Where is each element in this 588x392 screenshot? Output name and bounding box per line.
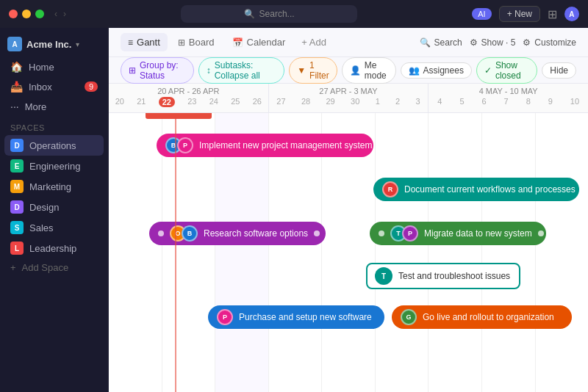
sidebar: A Acme Inc. ▾ 🏠 Home 📥 Inbox 9 ··· More … bbox=[0, 28, 109, 392]
me-mode-chip[interactable]: 👤 Me mode bbox=[342, 57, 396, 84]
task3-label: Research software options bbox=[204, 228, 308, 239]
add-space-button[interactable]: + Add Space bbox=[4, 258, 104, 277]
task6-label: Purchase and setup new software bbox=[239, 312, 376, 322]
sidebar-item-leadership[interactable]: L Leadership bbox=[4, 238, 104, 258]
show-closed-icon: ✓ bbox=[484, 65, 492, 76]
tab-board[interactable]: ⊞ Board bbox=[171, 33, 222, 51]
gantt-tracks: B P Implement new project management sys… bbox=[109, 113, 588, 392]
day-28: 28 bbox=[301, 97, 310, 106]
filter-bar: ⊞ Group by: Status ↕ Subtasks: Collapse … bbox=[109, 57, 588, 84]
date-headers: 20 APR - 26 APR 20 21 22 23 24 25 26 27 … bbox=[109, 84, 588, 113]
task3-right-handle bbox=[314, 231, 320, 236]
task-bar-golive[interactable]: G Go live and rollout to organization bbox=[392, 305, 572, 329]
avatar5: B bbox=[182, 225, 198, 242]
hide-label: Hide bbox=[550, 65, 568, 76]
back-arrow[interactable]: ‹ bbox=[54, 9, 57, 19]
task2-avatars: R bbox=[382, 181, 398, 197]
sidebar-item-home[interactable]: 🏠 Home bbox=[4, 57, 104, 76]
gantt-tab-label: Gantt bbox=[137, 37, 160, 48]
day-5: 5 bbox=[459, 97, 464, 106]
board-tab-icon: ⊞ bbox=[178, 37, 185, 48]
grid-icon[interactable]: ⊞ bbox=[548, 7, 557, 21]
add-view-button[interactable]: + Add bbox=[295, 33, 332, 51]
day-24: 24 bbox=[209, 97, 218, 107]
task3-left-handle bbox=[158, 231, 164, 236]
today-highlight-bar bbox=[146, 113, 212, 119]
task1-avatars: B P bbox=[165, 137, 193, 153]
assignees-chip[interactable]: 👥 Assignees bbox=[401, 62, 472, 79]
week2-header: 27 APR - 3 MAY 27 28 29 30 1 2 3 bbox=[269, 84, 429, 112]
task2-label: Document current workflows and processes bbox=[404, 184, 576, 195]
task-bar-implement[interactable]: B P Implement new project management sys… bbox=[157, 134, 373, 157]
add-view-label: + Add bbox=[301, 37, 326, 48]
day-29: 29 bbox=[326, 97, 334, 106]
day-20: 20 bbox=[115, 97, 124, 107]
sidebar-item-inbox[interactable]: 📥 Inbox 9 bbox=[4, 77, 104, 96]
titlebar-right: AI + New ⊞ A bbox=[472, 6, 579, 22]
week2-label: 27 APR - 3 MAY bbox=[319, 84, 377, 95]
avatar3: R bbox=[382, 181, 398, 197]
week3-days: 4 5 6 7 8 9 10 bbox=[429, 95, 588, 107]
task4-avatars: T P bbox=[390, 225, 418, 242]
spaces-section-label: Spaces bbox=[0, 116, 108, 135]
task3-avatars: O B bbox=[170, 225, 198, 242]
tab-gantt[interactable]: ≡ Gantt bbox=[121, 33, 168, 51]
workspace-chevron-icon: ▾ bbox=[76, 40, 79, 48]
search-topbar-icon: 🔍 bbox=[420, 37, 431, 48]
workspace-header[interactable]: A Acme Inc. ▾ bbox=[0, 34, 108, 57]
day-10: 10 bbox=[570, 97, 579, 106]
sidebar-item-design[interactable]: D Design bbox=[4, 197, 104, 217]
assignees-icon: 👥 bbox=[409, 65, 420, 76]
show-label: Show · 5 bbox=[481, 37, 516, 48]
tab-calendar[interactable]: 📅 Calendar bbox=[225, 33, 293, 51]
calendar-tab-label: Calendar bbox=[247, 37, 286, 48]
filter-chip[interactable]: ▼ 1 Filter bbox=[289, 57, 337, 84]
group-by-chip[interactable]: ⊞ Group by: Status bbox=[121, 57, 194, 84]
sidebar-item-engineering[interactable]: E Engineering bbox=[4, 156, 104, 176]
sidebar-item-marketing[interactable]: M Marketing bbox=[4, 176, 104, 197]
day-21: 21 bbox=[137, 97, 146, 107]
customize-button[interactable]: ⚙ Customize bbox=[523, 37, 576, 48]
task4-right-handle bbox=[538, 231, 544, 236]
close-button[interactable] bbox=[9, 10, 18, 18]
search-button[interactable]: 🔍 Search bbox=[420, 37, 462, 48]
show-closed-chip[interactable]: ✓ Show closed bbox=[476, 57, 537, 84]
group-by-icon: ⊞ bbox=[129, 65, 136, 76]
task4-left-handle bbox=[379, 231, 384, 236]
home-icon: 🏠 bbox=[10, 61, 23, 73]
subtasks-chip[interactable]: ↕ Subtasks: Collapse all bbox=[198, 57, 284, 84]
today-vertical-line bbox=[175, 113, 176, 392]
day-25: 25 bbox=[231, 97, 240, 107]
task6-avatars: P bbox=[217, 309, 233, 325]
sidebar-item-operations[interactable]: D Operations bbox=[4, 135, 104, 156]
hide-chip[interactable]: Hide bbox=[542, 62, 576, 79]
calendar-tab-icon: 📅 bbox=[232, 37, 243, 48]
subtasks-icon: ↕ bbox=[207, 65, 211, 76]
week2-days: 27 28 29 30 1 2 3 bbox=[269, 95, 429, 107]
titlebar: ‹ › 🔍 Search... AI + New ⊞ A bbox=[0, 0, 588, 28]
task-bar-document[interactable]: R Document current workflows and process… bbox=[373, 178, 579, 201]
new-button[interactable]: + New bbox=[499, 6, 540, 22]
nav-arrows: ‹ › bbox=[54, 9, 66, 19]
day-8: 8 bbox=[526, 97, 531, 106]
task-box-test[interactable]: T Test and troubleshoot issues bbox=[366, 263, 520, 289]
show-icon: ⚙ bbox=[470, 37, 478, 48]
show-button[interactable]: ⚙ Show · 5 bbox=[470, 37, 516, 48]
gantt-chart: 20 APR - 26 APR 20 21 22 23 24 25 26 27 … bbox=[109, 84, 588, 392]
sidebar-item-more[interactable]: ··· More bbox=[4, 97, 104, 116]
ai-badge[interactable]: AI bbox=[472, 8, 491, 20]
forward-arrow[interactable]: › bbox=[63, 9, 66, 19]
minimize-button[interactable] bbox=[22, 10, 31, 18]
task-bar-migrate[interactable]: T P Migrate data to new system bbox=[370, 222, 546, 245]
task-bar-purchase[interactable]: P Purchase and setup new software bbox=[208, 305, 384, 329]
day-4: 4 bbox=[437, 97, 442, 106]
task7-label: Go live and rollout to organization bbox=[423, 312, 563, 322]
add-space-label: Add Space bbox=[22, 262, 69, 273]
week1-label: 20 APR - 26 APR bbox=[157, 84, 219, 95]
leadership-label: Leadership bbox=[29, 243, 76, 254]
search-bar[interactable]: 🔍 Search... bbox=[181, 5, 357, 23]
sidebar-item-sales[interactable]: S Sales bbox=[4, 217, 104, 238]
assignees-label: Assignees bbox=[423, 65, 464, 76]
day-27: 27 bbox=[276, 97, 285, 106]
maximize-button[interactable] bbox=[35, 10, 44, 18]
